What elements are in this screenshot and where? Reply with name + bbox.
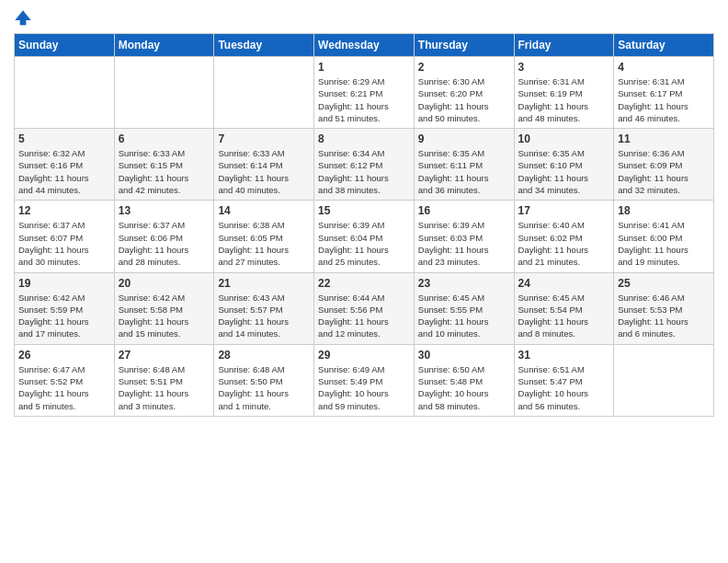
calendar-cell: 12Sunrise: 6:37 AM Sunset: 6:07 PM Dayli… (15, 201, 115, 272)
calendar-cell: 11Sunrise: 6:36 AM Sunset: 6:09 PM Dayli… (614, 129, 714, 201)
calendar-cell: 29Sunrise: 6:49 AM Sunset: 5:49 PM Dayli… (314, 344, 415, 416)
calendar-cell: 14Sunrise: 6:38 AM Sunset: 6:05 PM Dayli… (214, 201, 314, 272)
calendar-cell: 10Sunrise: 6:35 AM Sunset: 6:10 PM Dayli… (514, 129, 614, 201)
calendar-cell: 4Sunrise: 6:31 AM Sunset: 6:17 PM Daylig… (614, 57, 714, 129)
calendar-cell: 23Sunrise: 6:45 AM Sunset: 5:55 PM Dayli… (414, 272, 514, 344)
day-info: Sunrise: 6:33 AM Sunset: 6:15 PM Dayligh… (119, 147, 210, 196)
col-header-monday: Monday (114, 34, 214, 57)
calendar-cell: 20Sunrise: 6:42 AM Sunset: 5:58 PM Dayli… (114, 272, 214, 344)
day-number: 10 (518, 132, 610, 145)
calendar-week-4: 19Sunrise: 6:42 AM Sunset: 5:59 PM Dayli… (15, 272, 714, 344)
day-number: 15 (318, 204, 410, 217)
logo-icon (14, 9, 32, 28)
calendar-cell: 9Sunrise: 6:35 AM Sunset: 6:11 PM Daylig… (414, 129, 514, 201)
day-info: Sunrise: 6:34 AM Sunset: 6:12 PM Dayligh… (318, 147, 410, 196)
day-info: Sunrise: 6:35 AM Sunset: 6:10 PM Dayligh… (518, 147, 610, 196)
day-number: 20 (119, 277, 210, 290)
day-info: Sunrise: 6:46 AM Sunset: 5:53 PM Dayligh… (618, 292, 710, 340)
day-info: Sunrise: 6:36 AM Sunset: 6:09 PM Dayligh… (618, 147, 710, 196)
day-number: 1 (318, 61, 410, 74)
day-number: 18 (618, 204, 710, 217)
calendar-cell: 19Sunrise: 6:42 AM Sunset: 5:59 PM Dayli… (15, 272, 115, 344)
day-number: 16 (418, 204, 510, 217)
day-info: Sunrise: 6:42 AM Sunset: 5:59 PM Dayligh… (18, 292, 110, 340)
day-info: Sunrise: 6:33 AM Sunset: 6:14 PM Dayligh… (218, 147, 310, 196)
day-info: Sunrise: 6:47 AM Sunset: 5:52 PM Dayligh… (18, 363, 110, 412)
calendar-cell: 13Sunrise: 6:37 AM Sunset: 6:06 PM Dayli… (114, 201, 214, 272)
svg-rect-1 (20, 20, 27, 25)
day-info: Sunrise: 6:44 AM Sunset: 5:56 PM Dayligh… (318, 292, 410, 340)
col-header-tuesday: Tuesday (214, 34, 314, 57)
calendar-week-1: 1Sunrise: 6:29 AM Sunset: 6:21 PM Daylig… (15, 57, 714, 129)
calendar-cell (214, 57, 314, 129)
calendar-cell: 27Sunrise: 6:48 AM Sunset: 5:51 PM Dayli… (114, 344, 214, 416)
day-info: Sunrise: 6:42 AM Sunset: 5:58 PM Dayligh… (119, 292, 210, 340)
day-info: Sunrise: 6:51 AM Sunset: 5:47 PM Dayligh… (518, 363, 610, 412)
day-number: 14 (218, 204, 310, 217)
day-number: 3 (518, 61, 610, 74)
calendar-cell: 24Sunrise: 6:45 AM Sunset: 5:54 PM Dayli… (514, 272, 614, 344)
calendar-week-2: 5Sunrise: 6:32 AM Sunset: 6:16 PM Daylig… (15, 129, 714, 201)
day-info: Sunrise: 6:49 AM Sunset: 5:49 PM Dayligh… (318, 363, 410, 412)
col-header-saturday: Saturday (614, 34, 714, 57)
col-header-friday: Friday (514, 34, 614, 57)
day-number: 7 (218, 132, 310, 145)
calendar-cell: 6Sunrise: 6:33 AM Sunset: 6:15 PM Daylig… (114, 129, 214, 201)
day-info: Sunrise: 6:31 AM Sunset: 6:19 PM Dayligh… (518, 75, 610, 124)
day-number: 24 (518, 277, 610, 290)
svg-marker-0 (15, 10, 30, 20)
day-info: Sunrise: 6:29 AM Sunset: 6:21 PM Dayligh… (318, 75, 410, 124)
calendar-cell: 7Sunrise: 6:33 AM Sunset: 6:14 PM Daylig… (214, 129, 314, 201)
calendar-cell: 25Sunrise: 6:46 AM Sunset: 5:53 PM Dayli… (614, 272, 714, 344)
day-info: Sunrise: 6:38 AM Sunset: 6:05 PM Dayligh… (218, 219, 310, 268)
day-number: 9 (418, 132, 510, 145)
calendar-cell: 30Sunrise: 6:50 AM Sunset: 5:48 PM Dayli… (414, 344, 514, 416)
day-info: Sunrise: 6:48 AM Sunset: 5:51 PM Dayligh… (119, 363, 210, 412)
calendar-cell: 21Sunrise: 6:43 AM Sunset: 5:57 PM Dayli… (214, 272, 314, 344)
day-info: Sunrise: 6:50 AM Sunset: 5:48 PM Dayligh… (418, 363, 510, 412)
col-header-thursday: Thursday (414, 34, 514, 57)
day-info: Sunrise: 6:39 AM Sunset: 6:04 PM Dayligh… (318, 219, 410, 268)
calendar-cell: 2Sunrise: 6:30 AM Sunset: 6:20 PM Daylig… (414, 57, 514, 129)
calendar-cell: 17Sunrise: 6:40 AM Sunset: 6:02 PM Dayli… (514, 201, 614, 272)
calendar-cell: 1Sunrise: 6:29 AM Sunset: 6:21 PM Daylig… (314, 57, 415, 129)
day-number: 17 (518, 204, 610, 217)
day-number: 28 (218, 349, 310, 362)
calendar-cell: 18Sunrise: 6:41 AM Sunset: 6:00 PM Dayli… (614, 201, 714, 272)
col-header-wednesday: Wednesday (314, 34, 415, 57)
calendar-cell: 22Sunrise: 6:44 AM Sunset: 5:56 PM Dayli… (314, 272, 415, 344)
calendar-cell: 5Sunrise: 6:32 AM Sunset: 6:16 PM Daylig… (15, 129, 115, 201)
calendar-week-5: 26Sunrise: 6:47 AM Sunset: 5:52 PM Dayli… (15, 344, 714, 416)
day-info: Sunrise: 6:37 AM Sunset: 6:07 PM Dayligh… (18, 219, 110, 268)
calendar-cell (114, 57, 214, 129)
calendar-cell: 15Sunrise: 6:39 AM Sunset: 6:04 PM Dayli… (314, 201, 415, 272)
day-info: Sunrise: 6:43 AM Sunset: 5:57 PM Dayligh… (218, 292, 310, 340)
calendar-cell (614, 344, 714, 416)
day-number: 6 (119, 132, 210, 145)
header (14, 9, 714, 28)
day-number: 13 (119, 204, 210, 217)
day-info: Sunrise: 6:45 AM Sunset: 5:54 PM Dayligh… (518, 292, 610, 340)
calendar-cell (15, 57, 115, 129)
day-number: 4 (618, 61, 710, 74)
calendar-cell: 3Sunrise: 6:31 AM Sunset: 6:19 PM Daylig… (514, 57, 614, 129)
day-number: 21 (218, 277, 310, 290)
day-number: 30 (418, 349, 510, 362)
day-number: 2 (418, 61, 510, 74)
day-info: Sunrise: 6:41 AM Sunset: 6:00 PM Dayligh… (618, 219, 710, 268)
calendar-cell: 28Sunrise: 6:48 AM Sunset: 5:50 PM Dayli… (214, 344, 314, 416)
day-info: Sunrise: 6:40 AM Sunset: 6:02 PM Dayligh… (518, 219, 610, 268)
calendar-cell: 8Sunrise: 6:34 AM Sunset: 6:12 PM Daylig… (314, 129, 415, 201)
day-number: 27 (119, 349, 210, 362)
day-number: 23 (418, 277, 510, 290)
calendar-header-row: SundayMondayTuesdayWednesdayThursdayFrid… (15, 34, 714, 57)
logo (14, 9, 35, 28)
day-info: Sunrise: 6:37 AM Sunset: 6:06 PM Dayligh… (119, 219, 210, 268)
day-info: Sunrise: 6:32 AM Sunset: 6:16 PM Dayligh… (18, 147, 110, 196)
col-header-sunday: Sunday (15, 34, 115, 57)
day-number: 11 (618, 132, 710, 145)
day-number: 8 (318, 132, 410, 145)
day-number: 19 (18, 277, 110, 290)
day-info: Sunrise: 6:30 AM Sunset: 6:20 PM Dayligh… (418, 75, 510, 124)
day-number: 5 (18, 132, 110, 145)
